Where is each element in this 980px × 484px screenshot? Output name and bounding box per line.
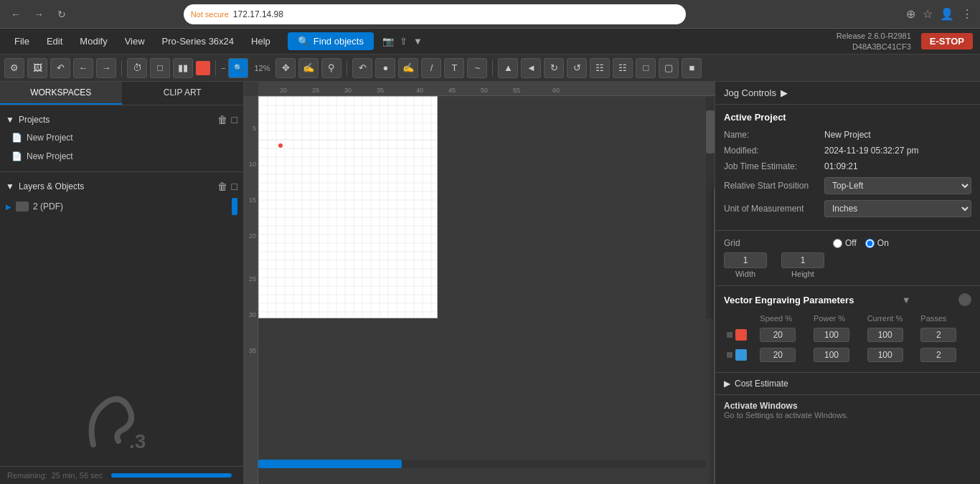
vep-row-1-handle[interactable] xyxy=(727,332,732,338)
upload-icon[interactable]: ⇧ xyxy=(400,36,407,47)
text-tool[interactable]: T xyxy=(444,58,464,78)
vep-row-1-color[interactable] xyxy=(735,329,747,341)
grid-snap[interactable]: ☷ xyxy=(590,58,610,78)
url-bar[interactable]: Not secure 172.17.14.98 xyxy=(184,4,686,24)
menu-file[interactable]: File xyxy=(7,33,37,49)
tab-clipart[interactable]: CLIP ART xyxy=(122,82,244,105)
redo-btn[interactable]: → xyxy=(96,58,116,78)
menu-modify[interactable]: Modify xyxy=(72,33,114,49)
pen-tool[interactable]: ✍ xyxy=(398,58,418,78)
add-project-icon[interactable]: □ xyxy=(232,114,237,125)
align-tool[interactable]: ☷ xyxy=(613,58,633,78)
scrollbar-horizontal[interactable] xyxy=(258,460,706,468)
scrollbar-thumb-v[interactable] xyxy=(706,110,715,153)
minus-icon[interactable]: − xyxy=(221,64,225,72)
undo-arrow-btn[interactable]: ↶ xyxy=(50,58,70,78)
arrow-tool[interactable]: ◄ xyxy=(521,58,541,78)
grid-on-radio[interactable] xyxy=(865,239,875,248)
grid-on-label[interactable]: On xyxy=(865,238,889,248)
rel-start-select[interactable]: Top-Left xyxy=(824,177,971,194)
projects-icons: 🗑 □ xyxy=(217,114,237,125)
vep-row-2-speed[interactable] xyxy=(760,348,796,362)
zoom-icon[interactable]: ⊕ xyxy=(906,7,915,21)
cost-estimate-row[interactable]: ▶ Cost Estimate xyxy=(715,373,980,394)
vep-row-2-color[interactable] xyxy=(735,349,747,361)
status-bar-left: Remaining: 25 min, 56 sec xyxy=(0,466,243,484)
menu-icon[interactable]: ⋮ xyxy=(961,7,973,21)
menu-help[interactable]: Help xyxy=(244,33,278,49)
vep-row-2-passes[interactable] xyxy=(920,348,956,362)
pan-btn[interactable]: ✍ xyxy=(298,58,319,78)
selection-btn[interactable]: □ xyxy=(150,58,170,78)
find-objects-button[interactable]: 🔍 Find objects xyxy=(288,32,374,50)
ruler-vertical: 5 10 15 20 25 30 35 xyxy=(244,96,258,484)
star-icon[interactable]: ☆ xyxy=(923,7,933,21)
hist-redo[interactable]: ↺ xyxy=(567,58,587,78)
line-tool[interactable]: / xyxy=(421,58,441,78)
vep-row-1-speed[interactable] xyxy=(760,328,796,342)
hist-undo[interactable]: ↻ xyxy=(544,58,564,78)
vep-row-2-power[interactable] xyxy=(814,348,849,362)
vep-row-1-power[interactable] xyxy=(814,328,849,342)
separator-1 xyxy=(121,60,122,76)
add-layer-icon[interactable]: □ xyxy=(232,181,237,192)
vep-row-2-handle[interactable] xyxy=(727,352,732,358)
triangle-tool[interactable]: ▲ xyxy=(498,58,518,78)
vep-row-1-current[interactable] xyxy=(867,328,903,342)
color-swatch[interactable] xyxy=(196,61,210,75)
forward-button[interactable]: → xyxy=(30,6,47,23)
ruler-mark-20: 20 xyxy=(280,87,287,94)
menu-edit[interactable]: Edit xyxy=(39,33,70,49)
scrollbar-thumb-h[interactable] xyxy=(258,460,402,468)
pause-btn[interactable]: ▮▮ xyxy=(173,58,193,78)
app: File Edit Modify View Pro-Series 36x24 H… xyxy=(0,29,980,484)
rel-start-row: Relative Start Position Top-Left xyxy=(724,177,971,194)
delete-layer-icon[interactable]: 🗑 xyxy=(217,181,227,192)
vep-row-2-current[interactable] xyxy=(867,348,903,362)
undo-btn[interactable]: ← xyxy=(73,58,93,78)
shape-tool[interactable]: ● xyxy=(375,58,395,78)
tab-workspaces[interactable]: WORKSPACES xyxy=(0,82,122,105)
vep-toggle[interactable] xyxy=(958,293,971,306)
jog-controls-header[interactable]: Jog Controls ▶ xyxy=(715,82,980,105)
grid-off-radio[interactable] xyxy=(833,239,842,248)
vep-row-2-passes-cell xyxy=(918,345,971,365)
layer-tool[interactable]: ▢ xyxy=(659,58,679,78)
layers-chevron[interactable]: ▼ xyxy=(6,181,14,191)
vep-expand-icon[interactable]: ▼ xyxy=(902,295,911,305)
vep-row-1-passes[interactable] xyxy=(920,328,956,342)
grid-off-label[interactable]: Off xyxy=(833,238,857,248)
image-btn[interactable]: 🖼 xyxy=(27,58,47,78)
clock-btn[interactable]: ⏱ xyxy=(127,58,147,78)
grid-off-text: Off xyxy=(845,238,857,248)
grid-height-input[interactable] xyxy=(781,252,824,268)
menu-proseries[interactable]: Pro-Series 36x24 xyxy=(155,33,241,49)
logo: .3 xyxy=(79,387,165,459)
menu-view[interactable]: View xyxy=(118,33,152,49)
zoom-btn[interactable]: 🔍 xyxy=(228,58,248,78)
profile-icon[interactable]: 👤 xyxy=(940,7,954,21)
canvas-grid[interactable] xyxy=(258,96,438,318)
back-button[interactable]: ← xyxy=(7,6,24,23)
reload-button[interactable]: ↻ xyxy=(53,6,70,23)
fit-btn[interactable]: ✥ xyxy=(275,58,296,78)
extra-tool[interactable]: ■ xyxy=(682,58,702,78)
canvas-area[interactable]: 20 25 30 35 40 45 50 55 60 5 10 15 20 25… xyxy=(244,82,715,484)
dropdown-arrow-icon[interactable]: ▼ xyxy=(413,36,423,47)
select-tool[interactable]: ↶ xyxy=(352,58,372,78)
sidebar-tabs: WORKSPACES CLIP ART xyxy=(0,82,243,105)
group-tool[interactable]: □ xyxy=(636,58,656,78)
projects-chevron[interactable]: ▼ xyxy=(6,115,14,125)
estop-button[interactable]: E-STOP xyxy=(921,33,973,49)
browser-right-icons: ⊕ ☆ 👤 ⋮ xyxy=(906,7,973,21)
project-item-2[interactable]: 📄 New Project xyxy=(6,147,237,166)
project-item-1[interactable]: 📄 New Project xyxy=(6,128,237,147)
camera-icon[interactable]: 📷 xyxy=(382,36,394,47)
delete-project-icon[interactable]: 🗑 xyxy=(217,114,227,125)
unit-select[interactable]: Inches xyxy=(824,200,971,217)
grid-width-input[interactable] xyxy=(724,252,767,268)
settings-btn[interactable]: ⚙ xyxy=(4,58,24,78)
wave-tool[interactable]: ~ xyxy=(467,58,487,78)
magnet-btn[interactable]: ⚲ xyxy=(321,58,341,78)
layer-item-1[interactable]: ▶ 2 (PDF) xyxy=(6,195,237,218)
